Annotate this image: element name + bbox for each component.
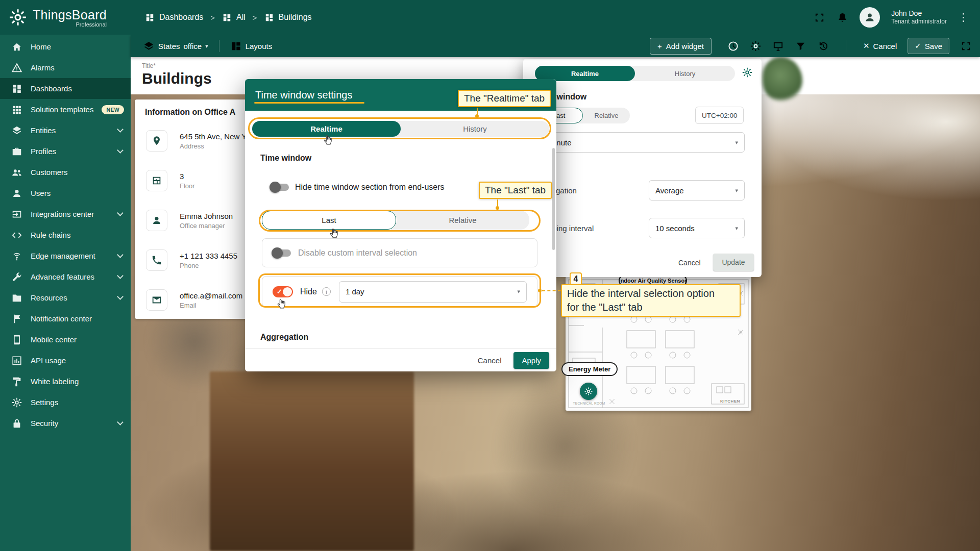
annotation-title-underline [254,102,364,104]
cancel-edit-button[interactable]: ✕ Cancel [863,41,897,51]
sidebar-item-notification-center[interactable]: Notification center [0,308,131,329]
sidebar-item-alarms[interactable]: Alarms [0,57,131,78]
panel-tab-history[interactable]: History [635,66,735,81]
breadcrumb-item-dashboards[interactable]: Dashboards [145,13,203,22]
hide-section-toggle[interactable] [271,184,289,191]
chevron-down-icon [117,147,124,154]
briefcase-icon [11,146,22,157]
user-block[interactable]: John Doe Tenant administrator [891,9,947,26]
panel-settings-gear-icon[interactable] [742,67,753,78]
annotation-connector [542,290,561,291]
sidebar-item-home[interactable]: Home [0,36,131,57]
chevron-down-icon [117,293,124,300]
sidebar-item-white-labeling[interactable]: White labeling [0,371,131,392]
grouping-interval-select[interactable]: 10 seconds ▾ [649,218,745,238]
annotation-callout-last: The "Last" tab [479,182,552,199]
avatar[interactable] [860,7,880,28]
filter-icon[interactable] [795,40,806,52]
info-row-email: office.a@mail.comEmail [146,289,242,311]
sidebar-item-security[interactable]: Security [0,413,131,434]
fullscreen-icon[interactable] [814,12,825,23]
caret-down-icon: ▾ [735,139,738,146]
section-time-window: Time window [260,154,311,163]
sidebar-item-dashboards[interactable]: Dashboards [0,78,131,99]
sidebar-item-solution-templates[interactable]: Solution templatesNEW [0,99,131,120]
info-value: Emma Johnson [180,212,233,220]
code-icon [11,230,22,241]
breadcrumb-item-all[interactable]: All [222,13,246,22]
breadcrumb-label: Dashboards [159,13,203,22]
sidebar-item-api-usage[interactable]: API usage [0,350,131,371]
panel-interval-select[interactable]: 1 minute ▾ [535,132,745,153]
person-icon [11,188,22,199]
disable-custom-toggle[interactable] [273,249,291,257]
logo-title: ThingsBoard [33,8,107,22]
manage-widgets-monitor-icon[interactable] [772,40,784,52]
time-window-panel: Realtime History Time window Last Relati… [523,59,762,277]
logo-gear-icon [8,8,28,27]
cancel-button[interactable]: Cancel [471,352,509,369]
timezone-button[interactable]: UTC+02:00 [695,107,744,124]
thingsboard-logo[interactable]: ThingsBoard Professional [8,8,130,28]
info-row-address: 645 5th Ave, New YorkAddress [146,130,257,152]
hide-section-label: Hide time window section from end-users [295,183,445,192]
sidebar-item-integrations-center[interactable]: Integrations center [0,204,131,224]
panel-update-button[interactable]: Update [713,254,754,271]
annotation-highlight-hide-row [258,273,541,308]
aggregation-select[interactable]: Average ▾ [649,180,745,201]
breadcrumb-separator: > [210,13,215,22]
layouts-button[interactable]: Layouts [230,40,273,52]
fullscreen-icon[interactable] [960,40,972,52]
dashboard-toolbar: States office ▾ Layouts + Add widget [131,35,980,57]
caret-down-icon: ▾ [735,187,738,194]
apply-button[interactable]: Apply [513,352,549,369]
flag-icon [11,313,22,324]
sidebar-item-advanced-features[interactable]: Advanced features [0,266,131,287]
layouts-label: Layouts [246,42,273,51]
sidebar-item-customers[interactable]: Customers [0,162,131,183]
chevron-down-icon [117,126,124,133]
states-button[interactable]: States office ▾ [143,40,208,52]
layers-icon [11,125,22,136]
sidebar-item-users[interactable]: Users [0,183,131,204]
floorplan-icon [146,170,167,191]
panel-tab-relative[interactable]: Relative [583,108,630,123]
new-badge: NEW [102,105,124,114]
annotation-text-line1: Hide the interval selection option [567,287,715,300]
energy-meter-label[interactable]: Energy Meter [561,362,618,376]
panel-cancel-button[interactable]: Cancel [673,256,706,270]
layout-icon [230,40,242,52]
time-window-clock-icon[interactable] [727,40,739,52]
logo-subtitle: Professional [76,21,107,28]
info-row-phone: +1 121 333 4455Phone [146,249,237,271]
version-history-icon[interactable] [817,40,829,52]
sidebar-item-profiles[interactable]: Profiles [0,141,131,162]
chart-icon [11,355,22,366]
add-widget-button[interactable]: + Add widget [650,38,712,55]
annotation-highlight-realtime-tabs [248,117,551,139]
people-icon [11,167,22,178]
states-label: States [158,42,180,51]
wrench-icon [11,271,22,283]
annotation-callout-realtime: The "Realtime" tab [458,90,551,107]
cursor-pointer [322,133,334,147]
save-button[interactable]: ✓ Save [908,38,949,54]
breadcrumb-item-buildings[interactable]: Buildings [264,13,312,22]
technical-room-marker[interactable] [580,383,597,400]
sidebar-item-rule-chains[interactable]: Rule chains [0,224,131,245]
sidebar-item-settings[interactable]: Settings [0,392,131,413]
kebab-menu-icon[interactable]: ⋮ [958,11,969,23]
sidebar-item-resources[interactable]: Resources [0,287,131,308]
bell-icon[interactable] [837,12,848,23]
dashboard-settings-gear-icon[interactable] [750,40,762,52]
select-value: Average [655,186,684,195]
info-label: Phone [180,262,237,269]
divider [219,40,219,52]
warning-icon [11,62,22,73]
sidebar-item-edge-management[interactable]: Edge management [0,245,131,266]
sidebar-item-entities[interactable]: Entities [0,120,131,141]
dialog-scrollbar[interactable] [552,148,555,250]
divider [846,40,846,52]
chevron-down-icon [117,252,124,258]
sidebar-item-mobile-center[interactable]: Mobile center [0,329,131,350]
